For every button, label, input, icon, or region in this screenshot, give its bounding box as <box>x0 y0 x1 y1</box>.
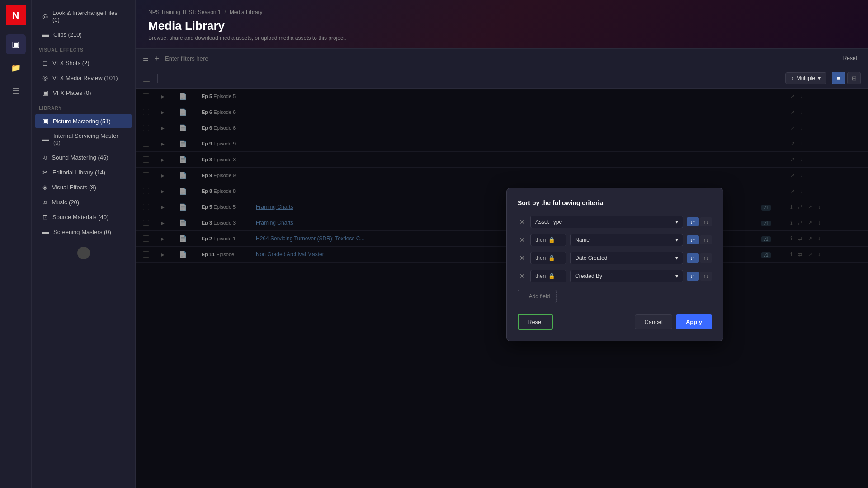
filter-reset-button[interactable]: Reset <box>840 53 861 63</box>
nav-item-vfx-plates-label: VFX Plates (0) <box>53 89 91 96</box>
breadcrumb: NPS Training TEST: Season 1 / Media Libr… <box>148 9 855 15</box>
modal-reset-button[interactable]: Reset <box>518 314 553 330</box>
sort-row-3: ✕ then 🔒 Date Created ▾ ↓↑ ↑↓ <box>518 252 712 264</box>
sort-then-label-4: then 🔒 <box>530 270 566 282</box>
nav-item-vfx-plates[interactable]: ▣ VFX Plates (0) <box>35 85 132 100</box>
nav-item-source-materials-label: Source Materials (40) <box>52 214 108 221</box>
nav-item-vfx-media-review-label: VFX Media Review (101) <box>52 75 118 81</box>
sort-field-label-2: Name <box>575 237 590 243</box>
look-interchange-icon: ◎ <box>42 13 48 20</box>
nav-item-sound-mastering[interactable]: ♫ Sound Mastering (46) <box>35 150 132 164</box>
sort-asc-btn-4[interactable]: ↓↑ <box>687 272 699 281</box>
nav-item-screening-masters[interactable]: ▬ Screening Masters (0) <box>35 225 132 239</box>
breadcrumb-project[interactable]: NPS Training TEST: Season 1 <box>148 9 221 15</box>
page-subtitle: Browse, share and download media assets,… <box>148 35 855 41</box>
section-label-vfx: VISUAL EFFECTS <box>32 42 135 55</box>
sort-row-2: ✕ then 🔒 Name ▾ ↓↑ ↑↓ <box>518 234 712 246</box>
sort-asc-btn-2[interactable]: ↓↑ <box>687 235 699 244</box>
nav-item-visual-effects[interactable]: ◈ Visual Effects (8) <box>35 180 132 194</box>
nav-item-visual-effects-label: Visual Effects (8) <box>52 184 96 191</box>
clips-icon: ▬ <box>42 31 49 38</box>
sort-field-chevron-3: ▾ <box>675 255 678 261</box>
nav-item-vfx-shots[interactable]: ◻ VFX Shots (2) <box>35 56 132 70</box>
lock-icon-3: 🔒 <box>548 255 555 261</box>
nav-item-source-materials[interactable]: ⊡ Source Materials (40) <box>35 210 132 224</box>
sort-remove-btn-4[interactable]: ✕ <box>518 271 527 282</box>
sort-multiple-button[interactable]: ↕ Multiple ▾ <box>785 72 826 84</box>
view-list-button[interactable]: ≡ <box>832 72 845 84</box>
nav-item-picture-mastering-label: Picture Mastering (51) <box>53 118 111 125</box>
add-filter-icon[interactable]: ＋ <box>153 54 160 63</box>
sidebar-icons: N ▣ 📁 ☰ <box>0 0 32 488</box>
left-nav: ◎ Look & Interchange Files (0) ▬ Clips (… <box>32 0 136 488</box>
sort-field-select-1[interactable]: Asset Type ▾ <box>530 216 683 228</box>
nav-item-vfx-media-review[interactable]: ◎ VFX Media Review (101) <box>35 70 132 85</box>
view-grid-button[interactable]: ⊞ <box>847 72 861 84</box>
modal-action-buttons: Cancel Apply <box>635 314 712 329</box>
lock-icon-2: 🔒 <box>548 237 555 243</box>
select-all-checkbox[interactable] <box>143 75 150 82</box>
nav-item-editorial-library-label: Editorial Library (14) <box>52 169 105 176</box>
sort-label: Multiple <box>797 75 815 81</box>
nav-item-internal-servicing[interactable]: ▬ Internal Servicing Master (0) <box>35 129 132 150</box>
sort-dir-btns-3: ↓↑ ↑↓ <box>687 253 712 263</box>
nav-item-look-interchange-label: Look & Interchange Files (0) <box>52 9 124 23</box>
sort-field-select-4[interactable]: Created By ▾ <box>570 270 683 282</box>
user-avatar[interactable] <box>77 247 90 259</box>
main-content: NPS Training TEST: Season 1 / Media Libr… <box>136 0 868 488</box>
sort-asc-btn-1[interactable]: ↓↑ <box>687 217 699 226</box>
then-text-2: then <box>535 237 546 243</box>
sort-row-4: ✕ then 🔒 Created By ▾ ↓↑ ↑↓ <box>518 270 712 282</box>
nav-item-vfx-shots-label: VFX Shots (2) <box>52 60 90 66</box>
then-text-3: then <box>535 255 546 261</box>
main-header: NPS Training TEST: Season 1 / Media Libr… <box>136 0 868 49</box>
modal-apply-button[interactable]: Apply <box>676 314 712 329</box>
modal-cancel-button[interactable]: Cancel <box>635 314 672 329</box>
sort-remove-btn-3[interactable]: ✕ <box>518 253 527 263</box>
sort-field-label-4: Created By <box>575 273 602 279</box>
sidebar-icon-folder[interactable]: 📁 <box>6 58 26 78</box>
sort-desc-btn-1[interactable]: ↑↓ <box>700 217 712 226</box>
nav-item-internal-servicing-label: Internal Servicing Master (0) <box>53 132 124 146</box>
nav-item-picture-mastering[interactable]: ▣ Picture Mastering (51) <box>35 114 132 128</box>
sort-then-label-2: then 🔒 <box>530 234 566 246</box>
nav-item-clips[interactable]: ▬ Clips (210) <box>35 27 132 42</box>
section-label-library: LIBRARY <box>32 100 135 113</box>
filter-bar: ☰ ＋ Reset <box>136 49 868 68</box>
modal-overlay: Sort by the following criteria ✕ Asset T… <box>136 89 868 488</box>
sort-dir-btns-1: ↓↑ ↑↓ <box>687 217 712 226</box>
lock-icon-4: 🔒 <box>548 273 555 279</box>
sort-desc-btn-2[interactable]: ↑↓ <box>700 235 712 244</box>
nav-item-music-label: Music (20) <box>52 199 80 206</box>
sort-dir-btns-2: ↓↑ ↑↓ <box>687 235 712 244</box>
sort-field-select-2[interactable]: Name ▾ <box>570 234 683 246</box>
table-toolbar: ↕ Multiple ▾ ≡ ⊞ <box>136 68 868 89</box>
nav-item-editorial-library[interactable]: ✂ Editorial Library (14) <box>35 165 132 179</box>
sort-dir-btns-4: ↓↑ ↑↓ <box>687 272 712 281</box>
sort-field-chevron-2: ▾ <box>675 237 678 243</box>
sort-desc-btn-4[interactable]: ↑↓ <box>700 272 712 281</box>
sort-remove-btn-1[interactable]: ✕ <box>518 216 527 227</box>
filter-input[interactable] <box>165 55 835 62</box>
sidebar-icon-list[interactable]: ☰ <box>6 81 26 101</box>
nav-item-look-interchange[interactable]: ◎ Look & Interchange Files (0) <box>35 6 132 27</box>
then-text-4: then <box>535 273 546 279</box>
nav-item-music[interactable]: ♬ Music (20) <box>35 195 132 209</box>
sort-asc-btn-3[interactable]: ↓↑ <box>687 253 699 263</box>
sort-icon: ↕ <box>791 75 794 81</box>
view-toggle: ≡ ⊞ <box>832 72 861 84</box>
page-title: Media Library <box>148 19 855 33</box>
modal-title: Sort by the following criteria <box>518 199 712 206</box>
sidebar-icon-media[interactable]: ▣ <box>6 34 26 54</box>
filter-icon: ☰ <box>143 55 149 62</box>
sort-desc-btn-3[interactable]: ↑↓ <box>700 253 712 263</box>
sort-field-chevron-1: ▾ <box>675 219 678 225</box>
sort-row-1: ✕ Asset Type ▾ ↓↑ ↑↓ <box>518 216 712 228</box>
breadcrumb-separator: / <box>225 9 226 15</box>
sort-field-label-1: Asset Type <box>535 219 562 225</box>
app-logo: N <box>6 5 26 25</box>
add-field-button[interactable]: + Add field <box>518 290 557 303</box>
breadcrumb-current: Media Library <box>230 9 263 15</box>
sort-remove-btn-2[interactable]: ✕ <box>518 235 527 245</box>
sort-field-select-3[interactable]: Date Created ▾ <box>570 252 683 264</box>
